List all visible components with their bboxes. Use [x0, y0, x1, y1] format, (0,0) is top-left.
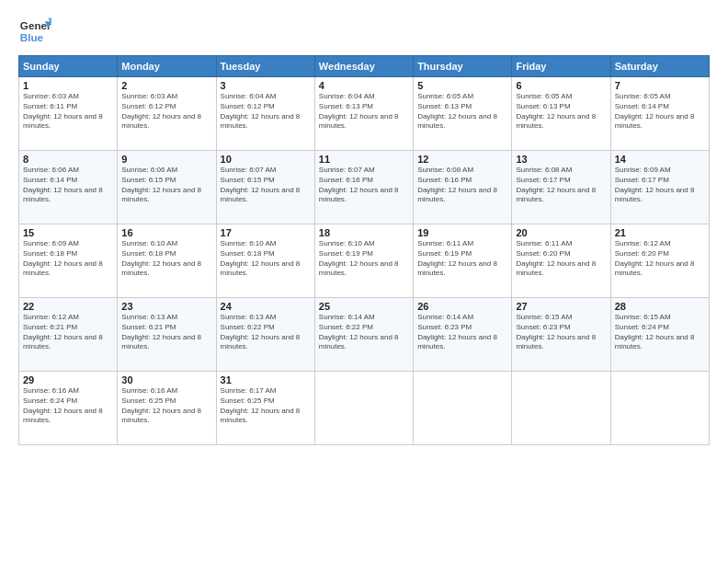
day-number: 19 [417, 227, 507, 238]
logo: General Blue [18, 15, 51, 48]
day-info: Sunrise: 6:05 AMSunset: 6:13 PMDaylight:… [417, 92, 507, 132]
day-info: Sunrise: 6:06 AMSunset: 6:14 PMDaylight:… [23, 166, 113, 205]
day-number: 13 [516, 154, 606, 165]
day-info: Sunrise: 6:08 AMSunset: 6:16 PMDaylight:… [417, 166, 507, 205]
day-info: Sunrise: 6:04 AMSunset: 6:12 PMDaylight:… [221, 92, 311, 132]
day-number: 8 [23, 154, 113, 165]
calendar-cell: 5Sunrise: 6:05 AMSunset: 6:13 PMDaylight… [414, 77, 512, 151]
calendar-cell: 24Sunrise: 6:13 AMSunset: 6:22 PMDayligh… [216, 298, 314, 372]
calendar-cell: 25Sunrise: 6:14 AMSunset: 6:22 PMDayligh… [314, 298, 413, 372]
svg-text:General: General [20, 19, 51, 31]
day-info: Sunrise: 6:09 AMSunset: 6:18 PMDaylight:… [23, 239, 113, 279]
calendar-cell: 13Sunrise: 6:08 AMSunset: 6:17 PMDayligh… [512, 151, 610, 224]
calendar-cell: 29Sunrise: 6:16 AMSunset: 6:24 PMDayligh… [19, 372, 118, 445]
col-header-saturday: Saturday [610, 56, 709, 77]
calendar-cell: 21Sunrise: 6:12 AMSunset: 6:20 PMDayligh… [610, 224, 709, 298]
day-info: Sunrise: 6:06 AMSunset: 6:15 PMDaylight:… [121, 166, 211, 205]
day-info: Sunrise: 6:14 AMSunset: 6:23 PMDaylight:… [417, 313, 507, 352]
day-number: 23 [121, 301, 211, 312]
day-info: Sunrise: 6:10 AMSunset: 6:19 PMDaylight:… [319, 239, 409, 279]
calendar-cell [610, 372, 709, 445]
day-info: Sunrise: 6:13 AMSunset: 6:21 PMDaylight:… [121, 313, 211, 352]
svg-text:Blue: Blue [20, 31, 44, 43]
day-number: 24 [221, 301, 311, 312]
day-info: Sunrise: 6:04 AMSunset: 6:13 PMDaylight:… [319, 92, 409, 132]
day-number: 25 [319, 301, 409, 312]
header: General Blue [18, 15, 710, 48]
day-info: Sunrise: 6:11 AMSunset: 6:20 PMDaylight:… [516, 239, 606, 279]
day-info: Sunrise: 6:15 AMSunset: 6:23 PMDaylight:… [516, 313, 606, 352]
day-info: Sunrise: 6:09 AMSunset: 6:17 PMDaylight:… [615, 166, 705, 205]
calendar-cell: 19Sunrise: 6:11 AMSunset: 6:19 PMDayligh… [414, 224, 512, 298]
day-info: Sunrise: 6:05 AMSunset: 6:14 PMDaylight:… [615, 92, 705, 132]
week-row: 15Sunrise: 6:09 AMSunset: 6:18 PMDayligh… [19, 224, 710, 298]
calendar-cell: 15Sunrise: 6:09 AMSunset: 6:18 PMDayligh… [19, 224, 118, 298]
day-number: 26 [417, 301, 507, 312]
day-info: Sunrise: 6:05 AMSunset: 6:13 PMDaylight:… [516, 92, 606, 132]
day-number: 1 [23, 80, 113, 91]
day-number: 20 [516, 227, 606, 238]
day-number: 14 [615, 154, 705, 165]
calendar-cell: 16Sunrise: 6:10 AMSunset: 6:18 PMDayligh… [118, 224, 216, 298]
day-info: Sunrise: 6:07 AMSunset: 6:15 PMDaylight:… [221, 166, 311, 205]
day-info: Sunrise: 6:16 AMSunset: 6:25 PMDaylight:… [121, 386, 211, 426]
day-number: 2 [121, 80, 211, 91]
col-header-tuesday: Tuesday [216, 56, 314, 77]
calendar-cell: 27Sunrise: 6:15 AMSunset: 6:23 PMDayligh… [512, 298, 610, 372]
day-info: Sunrise: 6:12 AMSunset: 6:21 PMDaylight:… [23, 313, 113, 352]
logo-icon: General Blue [18, 15, 51, 48]
day-number: 28 [615, 301, 705, 312]
calendar-cell: 4Sunrise: 6:04 AMSunset: 6:13 PMDaylight… [314, 77, 413, 151]
calendar-cell [414, 372, 512, 445]
day-number: 21 [615, 227, 705, 238]
day-info: Sunrise: 6:08 AMSunset: 6:17 PMDaylight:… [516, 166, 606, 205]
day-number: 22 [23, 301, 113, 312]
day-info: Sunrise: 6:14 AMSunset: 6:22 PMDaylight:… [319, 313, 409, 352]
week-row: 8Sunrise: 6:06 AMSunset: 6:14 PMDaylight… [19, 151, 710, 224]
day-number: 29 [23, 374, 113, 385]
col-header-monday: Monday [118, 56, 216, 77]
day-info: Sunrise: 6:10 AMSunset: 6:18 PMDaylight:… [221, 239, 311, 279]
calendar-cell: 17Sunrise: 6:10 AMSunset: 6:18 PMDayligh… [216, 224, 314, 298]
calendar-table: SundayMondayTuesdayWednesdayThursdayFrid… [18, 55, 710, 445]
day-number: 7 [615, 80, 705, 91]
day-number: 30 [121, 374, 211, 385]
calendar-cell: 6Sunrise: 6:05 AMSunset: 6:13 PMDaylight… [512, 77, 610, 151]
calendar-cell: 9Sunrise: 6:06 AMSunset: 6:15 PMDaylight… [118, 151, 216, 224]
day-info: Sunrise: 6:15 AMSunset: 6:24 PMDaylight:… [615, 313, 705, 352]
col-header-sunday: Sunday [19, 56, 118, 77]
calendar-cell: 2Sunrise: 6:03 AMSunset: 6:12 PMDaylight… [118, 77, 216, 151]
col-header-thursday: Thursday [414, 56, 512, 77]
day-number: 12 [417, 154, 507, 165]
col-header-friday: Friday [512, 56, 610, 77]
calendar-cell: 22Sunrise: 6:12 AMSunset: 6:21 PMDayligh… [19, 298, 118, 372]
calendar-cell: 10Sunrise: 6:07 AMSunset: 6:15 PMDayligh… [216, 151, 314, 224]
calendar-cell: 23Sunrise: 6:13 AMSunset: 6:21 PMDayligh… [118, 298, 216, 372]
day-number: 31 [221, 374, 311, 385]
calendar-cell: 20Sunrise: 6:11 AMSunset: 6:20 PMDayligh… [512, 224, 610, 298]
calendar-cell [512, 372, 610, 445]
day-info: Sunrise: 6:11 AMSunset: 6:19 PMDaylight:… [417, 239, 507, 279]
day-number: 6 [516, 80, 606, 91]
day-number: 11 [319, 154, 409, 165]
day-number: 5 [417, 80, 507, 91]
calendar-cell: 12Sunrise: 6:08 AMSunset: 6:16 PMDayligh… [414, 151, 512, 224]
day-info: Sunrise: 6:12 AMSunset: 6:20 PMDaylight:… [615, 239, 705, 279]
day-info: Sunrise: 6:17 AMSunset: 6:25 PMDaylight:… [221, 386, 311, 426]
day-number: 16 [121, 227, 211, 238]
calendar-cell: 8Sunrise: 6:06 AMSunset: 6:14 PMDaylight… [19, 151, 118, 224]
calendar-cell [314, 372, 413, 445]
day-number: 15 [23, 227, 113, 238]
day-number: 27 [516, 301, 606, 312]
day-number: 4 [319, 80, 409, 91]
calendar-cell: 28Sunrise: 6:15 AMSunset: 6:24 PMDayligh… [610, 298, 709, 372]
calendar-cell: 30Sunrise: 6:16 AMSunset: 6:25 PMDayligh… [118, 372, 216, 445]
calendar-cell: 11Sunrise: 6:07 AMSunset: 6:16 PMDayligh… [314, 151, 413, 224]
day-info: Sunrise: 6:03 AMSunset: 6:11 PMDaylight:… [23, 92, 113, 132]
calendar-cell: 3Sunrise: 6:04 AMSunset: 6:12 PMDaylight… [216, 77, 314, 151]
day-number: 17 [221, 227, 311, 238]
col-header-wednesday: Wednesday [314, 56, 413, 77]
calendar-cell: 7Sunrise: 6:05 AMSunset: 6:14 PMDaylight… [610, 77, 709, 151]
week-row: 22Sunrise: 6:12 AMSunset: 6:21 PMDayligh… [19, 298, 710, 372]
day-number: 18 [319, 227, 409, 238]
